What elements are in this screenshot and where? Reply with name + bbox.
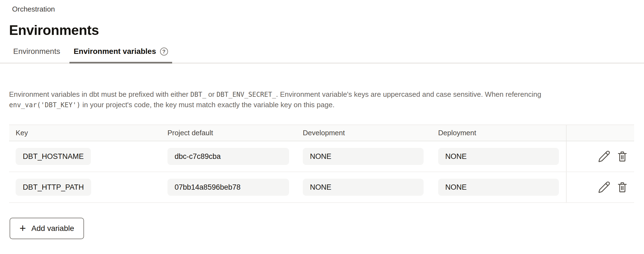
plus-icon: +: [19, 223, 26, 234]
description-part-3: . Environment variable's keys are upperc…: [276, 90, 541, 98]
delete-variable-button[interactable]: [616, 181, 629, 194]
help-icon[interactable]: ?: [160, 48, 168, 56]
tab-environments-label: Environments: [13, 47, 60, 56]
edit-variable-button[interactable]: [598, 181, 611, 194]
column-header-actions: [566, 125, 634, 141]
table-row: DBT_HTTP_PATH 07bb14a8596beb78 NONE NONE: [9, 172, 634, 203]
description-text: Environment variables in dbt must be pre…: [9, 89, 613, 110]
description-part-1: Environment variables in dbt must be pre…: [9, 90, 190, 98]
code-dbt-prefix: DBT_: [190, 91, 206, 98]
project-default-cell: dbc-c7c89cba: [167, 148, 303, 165]
variable-key-chip: DBT_HOSTNAME: [16, 148, 91, 165]
project-default-chip: dbc-c7c89cba: [167, 148, 289, 165]
edit-variable-button[interactable]: [598, 150, 611, 163]
development-chip: NONE: [303, 179, 424, 196]
page-title: Environments: [9, 22, 634, 38]
deployment-cell: NONE: [438, 179, 566, 196]
code-env-var-example: env_var('DBT_KEY'): [9, 101, 80, 109]
deployment-chip: NONE: [438, 148, 559, 165]
development-cell: NONE: [303, 148, 438, 165]
key-cell: DBT_HOSTNAME: [9, 148, 167, 165]
page-header: Orchestration Environments: [0, 0, 644, 38]
add-variable-button[interactable]: + Add variable: [10, 218, 84, 239]
column-header-project-default: Project default: [167, 129, 303, 137]
column-header-key: Key: [9, 129, 167, 137]
column-header-development: Development: [303, 129, 438, 137]
tab-environment-variables-label: Environment variables: [74, 47, 156, 56]
project-default-cell: 07bb14a8596beb78: [167, 179, 303, 196]
actions-cell: [566, 141, 634, 172]
deployment-chip: NONE: [438, 179, 559, 196]
tab-environments[interactable]: Environments: [9, 45, 64, 64]
development-cell: NONE: [303, 179, 438, 196]
column-header-deployment: Deployment: [438, 129, 566, 137]
key-cell: DBT_HTTP_PATH: [9, 179, 167, 196]
delete-variable-button[interactable]: [616, 150, 629, 163]
breadcrumb[interactable]: Orchestration: [12, 5, 55, 13]
description-part-2: or: [206, 90, 217, 98]
trash-icon: [616, 150, 629, 163]
pencil-icon: [598, 181, 611, 194]
pencil-icon: [598, 150, 611, 163]
deployment-cell: NONE: [438, 148, 566, 165]
project-default-chip: 07bb14a8596beb78: [167, 179, 289, 196]
variable-key-chip: DBT_HTTP_PATH: [16, 179, 91, 196]
environment-variables-page: Orchestration Environments Environments …: [0, 0, 644, 254]
main-content: Environment variables in dbt must be pre…: [0, 89, 644, 239]
trash-icon: [616, 181, 629, 194]
variables-table: Key Project default Development Deployme…: [9, 125, 634, 203]
table-row: DBT_HOSTNAME dbc-c7c89cba NONE NONE: [9, 141, 634, 172]
actions-cell: [566, 172, 634, 202]
tab-bar: Environments Environment variables ?: [0, 45, 644, 64]
description-part-4: in your project's code, the key must mat…: [80, 101, 335, 109]
table-header-row: Key Project default Development Deployme…: [9, 125, 634, 141]
development-chip: NONE: [303, 148, 424, 165]
tab-environment-variables[interactable]: Environment variables ?: [69, 45, 172, 64]
code-dbt-env-secret-prefix: DBT_ENV_SECRET_: [217, 91, 276, 98]
add-variable-label: Add variable: [31, 224, 74, 233]
